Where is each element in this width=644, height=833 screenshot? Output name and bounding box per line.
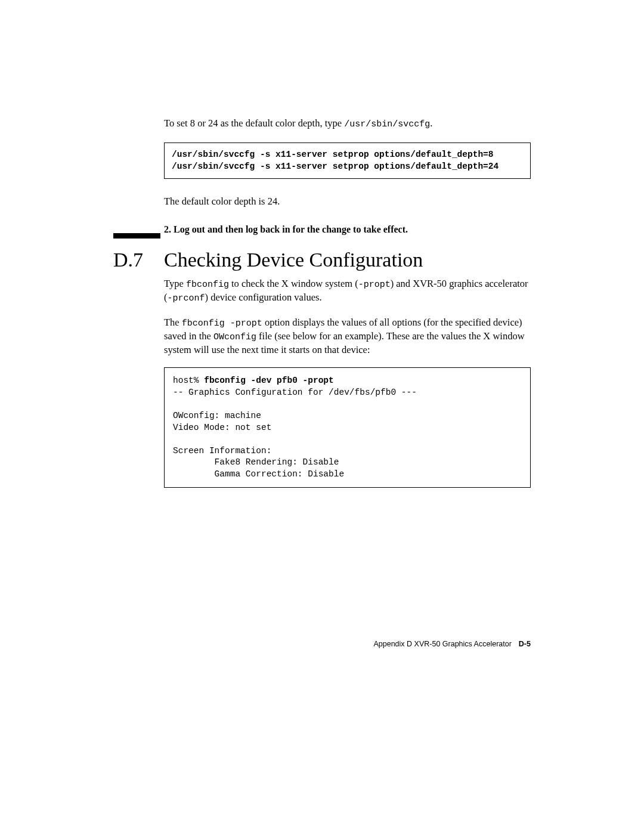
section-title: Checking Device Configuration bbox=[164, 249, 423, 271]
intro-suffix: . bbox=[430, 117, 432, 129]
step-2-text: 2. Log out and then log back in for the … bbox=[164, 224, 531, 235]
output-body: -- Graphics Configuration for /dev/fbs/p… bbox=[173, 388, 417, 479]
intro-paragraph: To set 8 or 24 as the default color dept… bbox=[164, 116, 531, 131]
p1-c1: fbconfig bbox=[186, 280, 229, 290]
section-heading: D.7Checking Device Configuration bbox=[113, 249, 423, 271]
code-line-1: /usr/sbin/svccfg -s x11-server setprop o… bbox=[172, 150, 494, 159]
p2-c2: OWconfig bbox=[213, 332, 256, 342]
intro-cmd: /usr/sbin/svccfg bbox=[344, 119, 430, 129]
footer-text: Appendix D XVR-50 Graphics Accelerator bbox=[373, 640, 511, 648]
output-cmd: fbconfig -dev pfb0 -propt bbox=[204, 376, 334, 385]
p1-t4: ) device configuration values. bbox=[205, 292, 322, 303]
intro-prefix: To set 8 or 24 as the default color dept… bbox=[164, 117, 344, 129]
section-rule bbox=[113, 233, 160, 239]
p1-c3: -prconf bbox=[168, 293, 205, 304]
p2-c1: fbconfig -propt bbox=[182, 318, 262, 329]
code-box-svccfg: /usr/sbin/svccfg -s x11-server setprop o… bbox=[164, 143, 531, 179]
default-depth-text: The default color depth is 24. bbox=[164, 196, 531, 208]
p1-t2: to check the X window system ( bbox=[229, 278, 358, 289]
p1-c2: -propt bbox=[358, 280, 391, 290]
p1-t1: Type bbox=[164, 278, 186, 289]
paragraph-1: Type fbconfig to check the X window syst… bbox=[164, 277, 531, 305]
output-box: host% fbconfig -dev pfb0 -propt -- Graph… bbox=[164, 367, 531, 488]
code-line-2: /usr/sbin/svccfg -s x11-server setprop o… bbox=[172, 162, 499, 171]
page-footer: Appendix D XVR-50 Graphics AcceleratorD-… bbox=[373, 640, 531, 648]
output-prompt: host% bbox=[173, 376, 204, 385]
paragraph-2: The fbconfig -propt option displays the … bbox=[164, 316, 531, 357]
section-number: D.7 bbox=[113, 249, 164, 271]
footer-page-number: D-5 bbox=[519, 640, 531, 648]
p2-t1: The bbox=[164, 317, 182, 328]
